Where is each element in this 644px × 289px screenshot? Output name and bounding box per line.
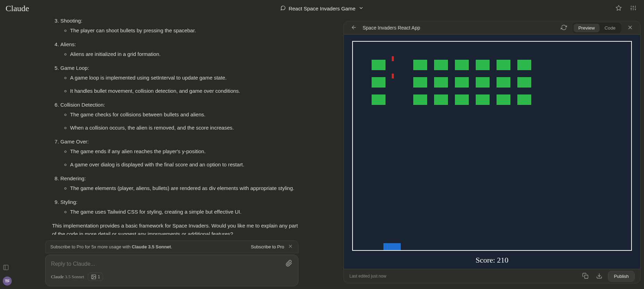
svg-rect-20	[585, 275, 588, 278]
list-item: The player can shoot bullets by pressing…	[70, 26, 298, 35]
list-item: Game Loop:A game loop is implemented usi…	[60, 64, 298, 95]
alien	[434, 94, 448, 105]
back-button[interactable]	[349, 22, 359, 34]
logo: Claude	[6, 4, 29, 13]
tab-code[interactable]: Code	[600, 24, 620, 32]
pro-banner: Subscribe to Pro for 5x more usage with …	[45, 240, 298, 253]
star-button[interactable]	[613, 3, 624, 14]
list-item: Aliens are initialized in a grid formati…	[70, 50, 298, 58]
list-item: Styling:The game uses Tailwind CSS for s…	[60, 198, 298, 216]
alien	[517, 60, 531, 70]
attachment-pill[interactable]: 1	[88, 273, 103, 281]
list-item: Shooting:The player can shoot bullets by…	[60, 17, 298, 35]
alien	[497, 60, 510, 70]
alien	[476, 77, 490, 88]
list-item: Aliens:Aliens are initialized in a grid …	[60, 40, 298, 58]
player	[383, 243, 401, 250]
alien	[455, 77, 469, 88]
sidebar-toggle-button[interactable]	[3, 264, 9, 272]
svg-point-14	[92, 276, 93, 276]
alien	[517, 77, 531, 88]
closing-paragraph: This implementation provides a basic fra…	[52, 222, 298, 235]
alien	[497, 94, 510, 105]
download-artifact-button[interactable]	[594, 271, 604, 282]
alien	[372, 60, 385, 70]
bullet	[392, 74, 394, 79]
model-label[interactable]: Claude 3.5 Sonnet	[51, 274, 84, 280]
svg-marker-0	[616, 5, 621, 10]
refresh-button[interactable]	[559, 22, 569, 34]
list-item: It handles bullet movement, collision de…	[70, 87, 298, 95]
composer: Claude 3.5 Sonnet 1	[45, 255, 298, 286]
close-banner-button[interactable]	[288, 243, 293, 250]
list-item: Collision Detection:The game checks for …	[60, 101, 298, 132]
alien	[434, 60, 448, 70]
chat-icon	[280, 5, 286, 12]
attach-button[interactable]	[286, 260, 293, 268]
bullet	[392, 56, 394, 61]
copy-artifact-button[interactable]	[580, 271, 591, 282]
alien	[372, 77, 385, 88]
avatar[interactable]: TF	[3, 276, 12, 286]
list-item: A game loop is implemented using setInte…	[70, 74, 298, 82]
list-item: When a collision occurs, the alien is re…	[70, 124, 298, 132]
game-preview[interactable]: Score: 210	[344, 35, 640, 269]
assistant-message: Shooting:The player can shoot bullets by…	[52, 17, 298, 235]
chevron-down-icon[interactable]	[358, 5, 364, 12]
list-item: The game uses Tailwind CSS for styling, …	[70, 208, 298, 216]
game-board	[352, 41, 632, 251]
alien	[372, 94, 385, 105]
list-item: Game Over:The game ends if any alien rea…	[60, 138, 298, 169]
reply-input[interactable]	[51, 261, 286, 267]
list-item: The game checks for collisions between b…	[70, 110, 298, 119]
alien	[476, 94, 490, 105]
subscribe-link[interactable]: Subscribe to Pro	[251, 244, 284, 249]
close-artifact-button[interactable]	[625, 22, 635, 34]
alien	[413, 60, 427, 70]
list-item: Rendering:The game elements (player, ali…	[60, 174, 298, 192]
alien	[455, 94, 469, 105]
alien	[517, 94, 531, 105]
alien	[497, 77, 510, 88]
score-display: Score: 210	[476, 256, 509, 265]
publish-button[interactable]: Publish	[608, 271, 635, 282]
list-item: The game elements (player, aliens, bulle…	[70, 184, 298, 192]
last-edited-text: Last edited just now	[349, 274, 386, 279]
view-toggle: Preview Code	[573, 23, 621, 33]
settings-sliders-button[interactable]	[628, 3, 638, 14]
alien	[455, 60, 469, 70]
artifact-title: Space Invaders React App	[363, 25, 420, 31]
alien	[434, 77, 448, 88]
list-item: The game ends if any alien reaches the p…	[70, 147, 298, 156]
alien	[476, 60, 490, 70]
alien	[413, 94, 427, 105]
tab-preview[interactable]: Preview	[574, 24, 600, 32]
list-item: A game over dialog is displayed with the…	[70, 160, 298, 169]
page-title[interactable]: React Space Invaders Game	[289, 6, 356, 11]
alien	[413, 77, 427, 88]
svg-rect-15	[3, 265, 8, 270]
